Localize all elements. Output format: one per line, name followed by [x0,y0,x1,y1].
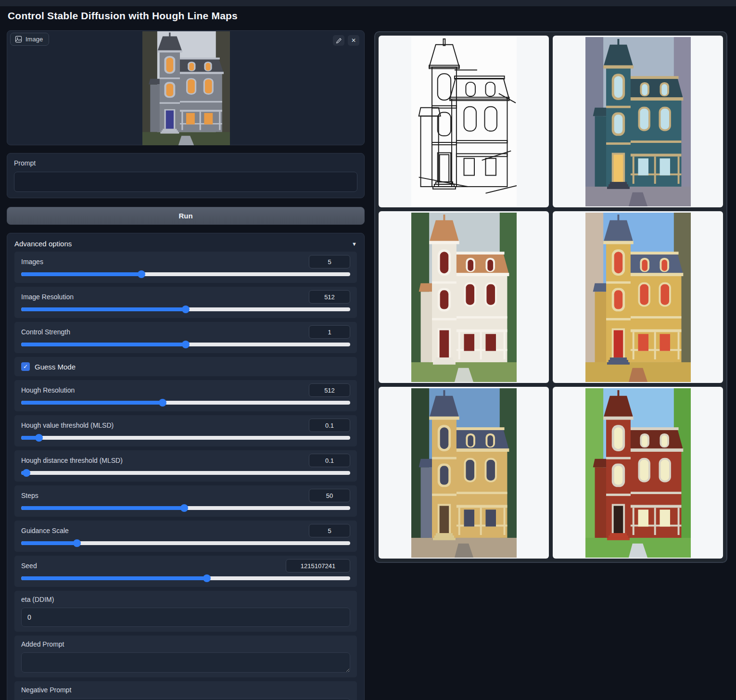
clear-image-button[interactable]: ✕ [348,35,359,46]
images-value-input[interactable] [309,255,350,268]
guess-mode-label: Guess Mode [35,363,76,371]
gallery-item-gold-victorian[interactable] [379,387,549,559]
images-slider[interactable] [21,270,350,278]
hough-distance-threshold-label: Hough distance threshold (MLSD) [21,457,123,464]
hough-value-threshold-slider[interactable] [21,434,350,442]
gallery-item-hough-line-map[interactable] [379,36,549,207]
guidance-scale-slider[interactable] [21,539,350,547]
hough-value-threshold-value-input[interactable] [309,419,350,432]
gold-victorian-image [411,388,517,558]
control-strength-value-input[interactable] [309,325,350,339]
prompt-label: Prompt [14,159,357,167]
image-resolution-label: Image Resolution [21,293,74,301]
seed-row: Seed [14,556,357,587]
control-strength-row: Control Strength [14,322,357,353]
negative-prompt-input[interactable] [21,698,350,700]
hough-distance-threshold-row: Hough distance threshold (MLSD) [14,450,357,482]
guidance-scale-row: Guidance Scale [14,521,357,552]
negative-prompt-label: Negative Prompt [21,686,350,694]
gallery-item-yellow-victorian[interactable] [553,211,723,383]
eta-ddim-row: eta (DDIM) [14,591,357,632]
red-brick-victorian-image [585,388,691,558]
control-strength-slider[interactable] [21,341,350,348]
images-label: Images [21,258,43,266]
image-icon [15,36,22,43]
added-prompt-row: Added Prompt [14,636,357,677]
image-input-label: Image [25,36,43,43]
prompt-panel: Prompt [7,153,365,198]
guidance-scale-value-input[interactable] [309,524,350,537]
image-input-panel: Image ✕ [7,30,365,145]
image-input-label-tab: Image [10,33,49,46]
image-resolution-slider[interactable] [21,305,350,313]
run-button[interactable]: Run [7,207,365,225]
advanced-options-header[interactable]: Advanced options ▼ [14,240,357,248]
x-icon: ✕ [351,37,356,44]
seed-value-input[interactable] [286,559,350,573]
input-image[interactable] [142,31,230,145]
steps-row: Steps [14,485,357,517]
guess-mode-checkbox[interactable]: ✓ [21,362,30,371]
check-icon: ✓ [23,363,28,370]
hough-resolution-row: Hough Resolution [14,380,357,411]
steps-value-input[interactable] [309,489,350,502]
steps-slider[interactable] [21,504,350,512]
yellow-victorian-image [585,213,691,382]
advanced-options-panel: Advanced options ▼ Images Image Resoluti… [7,233,365,700]
control-strength-label: Control Strength [21,328,70,336]
hough-distance-threshold-slider[interactable] [21,469,350,477]
added-prompt-input[interactable] [21,652,350,673]
image-resolution-value-input[interactable] [309,290,350,304]
hough-value-threshold-label: Hough value threshold (MLSD) [21,421,114,429]
gallery-item-teal-victorian[interactable] [553,36,723,207]
gallery-item-red-brick-victorian[interactable] [553,387,723,559]
hough-resolution-value-input[interactable] [309,383,350,397]
hough-resolution-slider[interactable] [21,399,350,407]
eta-ddim-input[interactable] [21,608,350,627]
pencil-icon [336,38,342,44]
seed-label: Seed [21,562,37,570]
white-victorian-image [411,213,517,382]
chevron-down-icon: ▼ [352,241,357,247]
images-row: Images [14,252,357,283]
added-prompt-label: Added Prompt [21,640,350,648]
hough-value-threshold-row: Hough value threshold (MLSD) [14,415,357,446]
advanced-options-title: Advanced options [14,240,72,248]
edit-image-button[interactable] [333,35,344,46]
prompt-input[interactable] [14,172,357,192]
hough-line-map-image [411,37,517,206]
guidance-scale-label: Guidance Scale [21,527,69,535]
hough-resolution-label: Hough Resolution [21,386,75,394]
guess-mode-row: ✓ Guess Mode [14,357,357,376]
top-strip [0,0,736,6]
image-resolution-row: Image Resolution [14,287,357,318]
hough-distance-threshold-value-input[interactable] [309,454,350,467]
output-gallery [374,31,727,563]
teal-victorian-image [585,37,691,206]
seed-slider[interactable] [21,574,350,582]
gallery-item-white-victorian[interactable] [379,211,549,383]
eta-ddim-label: eta (DDIM) [21,596,350,603]
steps-label: Steps [21,492,38,499]
negative-prompt-row: Negative Prompt [14,681,357,700]
app-title: Control Stable Diffusion with Hough Line… [8,10,365,22]
